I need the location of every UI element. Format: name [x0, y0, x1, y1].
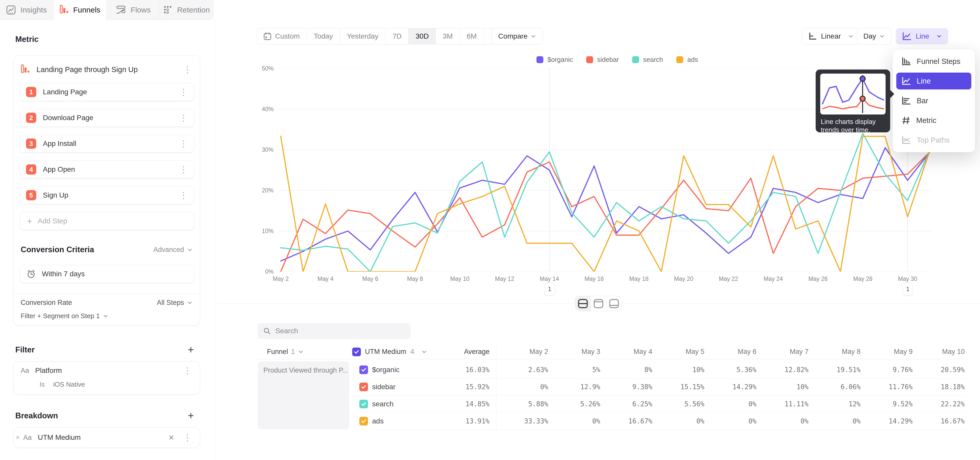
table-header: Funnel 1 UTM Medium 4 Average May 2May 3…: [258, 345, 967, 359]
chevron-down-icon: [936, 34, 942, 39]
day-value: 5%: [548, 366, 600, 374]
add-step-button[interactable]: + Add Step: [20, 212, 194, 230]
search-input[interactable]: Search: [258, 323, 410, 339]
compare-button[interactable]: Compare: [491, 28, 543, 45]
filter-operator[interactable]: Is: [40, 380, 45, 388]
advanced-dropdown[interactable]: Advanced: [153, 246, 192, 254]
chart-view-button[interactable]: [591, 296, 606, 311]
card-divider: [14, 293, 200, 294]
day-column-header[interactable]: May 10: [913, 348, 965, 356]
step-kebab-icon[interactable]: ⋮: [173, 88, 194, 96]
table-row-ads[interactable]: ads13.91%33.33%0%16.67%0%0%0%0%14.29%16.…: [352, 413, 967, 430]
menu-item-metric[interactable]: Metric: [896, 112, 971, 129]
legend-item-search[interactable]: search: [632, 56, 663, 64]
date-range-yesterday[interactable]: Yesterday: [340, 28, 386, 44]
select-all-checkbox[interactable]: [352, 348, 361, 356]
segment-checkbox[interactable]: [360, 417, 368, 425]
breakdown-card[interactable]: ≡ Aa UTM Medium ✕ ⋮: [13, 427, 200, 448]
day-column-header[interactable]: May 6: [704, 348, 756, 356]
y-axis-tick: 20%: [251, 187, 274, 194]
date-range-custom[interactable]: Custom: [256, 28, 307, 44]
search-placeholder: Search: [275, 327, 298, 335]
menu-item-line[interactable]: Line: [896, 73, 971, 89]
step-kebab-icon[interactable]: ⋮: [173, 139, 194, 148]
add-breakdown-button[interactable]: +: [188, 410, 194, 421]
breakdown-kebab-icon[interactable]: ⋮: [177, 433, 198, 442]
legend-item-organic[interactable]: $organic: [536, 56, 573, 64]
table-row-organic[interactable]: $organic16.03%2.63%5%8%10%5.36%12.82%19.…: [352, 361, 967, 379]
day-value: 6.06%: [808, 383, 861, 391]
metric-header-row[interactable]: Landing Page through Sign Up ⋮: [21, 61, 198, 78]
metric-kebab-icon[interactable]: ⋮: [177, 65, 198, 74]
chevron-down-icon: [879, 34, 885, 39]
step-kebab-icon[interactable]: ⋮: [173, 113, 194, 122]
day-column-header[interactable]: May 9: [861, 348, 913, 356]
legend-item-sidebar[interactable]: sidebar: [586, 56, 619, 64]
breakdown-heading: Breakdown: [15, 411, 58, 420]
date-range-30d[interactable]: 30D: [409, 28, 436, 44]
annotation-badge[interactable]: 1: [903, 283, 913, 295]
funnel-step-5[interactable]: 5Sign Up⋮: [20, 186, 194, 204]
day-column-header[interactable]: May 2: [496, 348, 548, 356]
filter-segment-dropdown[interactable]: Filter + Segment on Step 1: [21, 312, 108, 320]
funnel-step-2[interactable]: 2Download Page⋮: [20, 109, 194, 127]
menu-item-bar[interactable]: Bar: [896, 92, 971, 109]
legend-item-ads[interactable]: ads: [676, 56, 698, 64]
average-value: 14.85%: [446, 400, 496, 408]
average-value: 15.92%: [446, 383, 496, 391]
scale-dropdown[interactable]: Linear: [802, 28, 860, 45]
annotation-badge[interactable]: 1: [545, 283, 555, 295]
day-column-header[interactable]: May 5: [652, 348, 704, 356]
flows-icon: [116, 5, 126, 14]
filter-value[interactable]: iOS Native: [53, 380, 85, 388]
menu-item-funnel-steps[interactable]: Funnel Steps: [896, 53, 971, 70]
step-label: Landing Page: [43, 88, 173, 96]
add-filter-button[interactable]: +: [188, 345, 194, 355]
conversion-window-button[interactable]: Within 7 days: [20, 265, 194, 283]
metric-title: Landing Page through Sign Up: [37, 65, 177, 74]
step-kebab-icon[interactable]: ⋮: [173, 191, 194, 200]
conversion-rate-dropdown[interactable]: All Steps: [157, 299, 192, 307]
chevron-down-icon: [422, 349, 427, 355]
x-axis-tick: May 2: [263, 275, 299, 283]
filter-card[interactable]: Aa Platform ⋮ Is iOS Native: [13, 361, 200, 395]
step-kebab-icon[interactable]: ⋮: [173, 165, 194, 174]
conversion-window-label: Within 7 days: [42, 270, 85, 278]
chart-type-dropdown[interactable]: Line: [896, 28, 948, 45]
retention-icon: [163, 5, 172, 14]
day-column-header[interactable]: May 3: [548, 348, 600, 356]
tab-insights[interactable]: Insights: [0, 0, 53, 20]
day-column-header[interactable]: May 7: [756, 348, 808, 356]
interval-dropdown[interactable]: Day: [857, 28, 891, 45]
date-range-7d[interactable]: 7D: [386, 28, 409, 44]
chevron-down-icon: [848, 34, 854, 39]
tab-flows[interactable]: Flows: [107, 0, 160, 20]
date-range-6m[interactable]: 6M: [460, 28, 484, 44]
funnel-step-4[interactable]: 4App Open⋮: [20, 160, 194, 178]
breakdown-column-header[interactable]: UTM Medium 4: [352, 348, 446, 356]
segment-checkbox[interactable]: [360, 400, 368, 408]
table-view-button[interactable]: [606, 296, 622, 311]
funnel-column-header[interactable]: Funnel 1: [258, 348, 352, 356]
segment-checkbox[interactable]: [360, 366, 368, 374]
table-row-search[interactable]: search14.85%5.88%5.26%6.25%5.56%0%11.11%…: [352, 396, 967, 413]
day-column-header[interactable]: May 4: [600, 348, 652, 356]
day-value: 12.82%: [756, 366, 808, 374]
date-range-3m[interactable]: 3M: [436, 28, 460, 44]
bar-chart-icon: [901, 96, 911, 105]
date-range-today[interactable]: Today: [307, 28, 340, 44]
tab-funnels[interactable]: Funnels: [53, 0, 107, 20]
funnel-name-cell[interactable]: Product Viewed through P...: [258, 361, 349, 429]
split-view-button[interactable]: [575, 296, 591, 311]
funnel-step-1[interactable]: 1Landing Page⋮: [20, 83, 194, 101]
remove-breakdown-icon[interactable]: ✕: [166, 433, 177, 442]
segment-checkbox[interactable]: [360, 383, 368, 391]
day-column-header[interactable]: May 8: [808, 348, 861, 356]
table-row-sidebar[interactable]: sidebar15.92%0%12.9%9.38%15.15%14.29%10%…: [352, 379, 967, 396]
tab-retention[interactable]: Retention: [160, 0, 213, 20]
day-value: 8%: [600, 366, 652, 374]
filter-kebab-icon[interactable]: ⋮: [177, 366, 198, 375]
funnel-step-3[interactable]: 3App Install⋮: [20, 135, 194, 153]
x-axis-tick: May 18: [621, 275, 657, 283]
drag-handle-icon[interactable]: ≡: [16, 434, 20, 441]
